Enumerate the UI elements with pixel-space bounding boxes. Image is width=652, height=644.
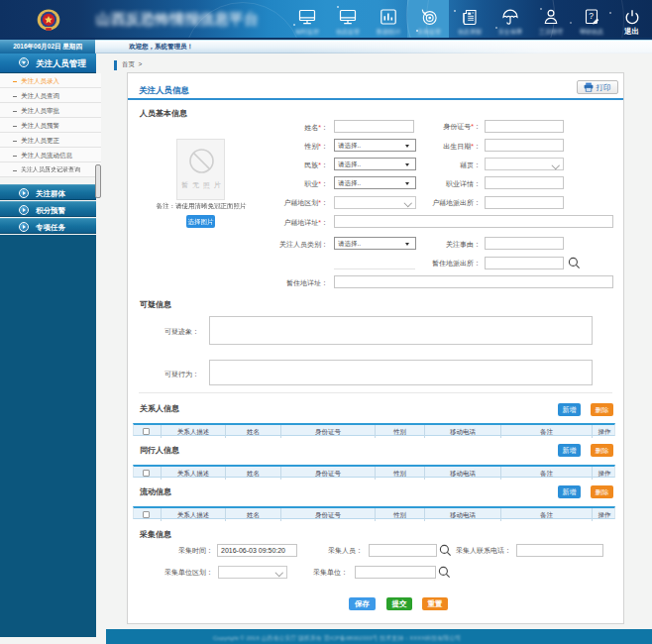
svg-text:?: ? [589,11,594,21]
